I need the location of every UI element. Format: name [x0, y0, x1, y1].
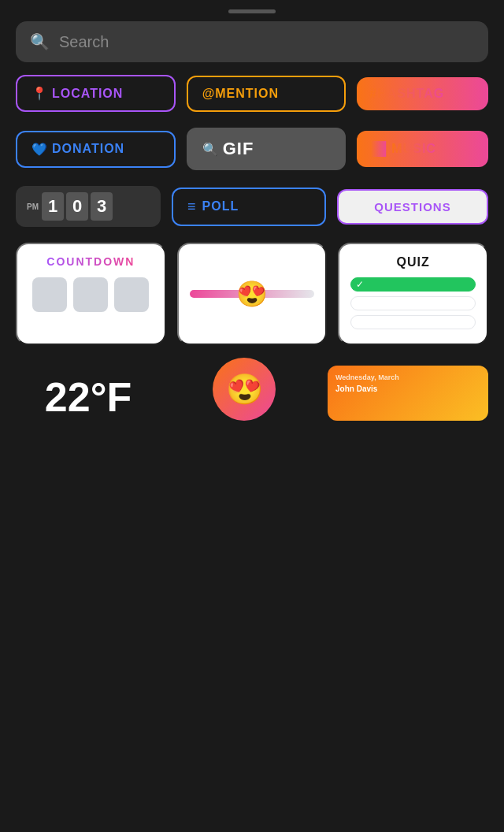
slider-emoji: 😍 — [236, 279, 268, 309]
sticker-row-3: PM 1 0 3 ≡ POLL QUESTIONS — [16, 186, 488, 227]
countdown-button[interactable]: COUNTDOWN — [16, 243, 166, 345]
hashtag-wrapper: #HASHTAG — [357, 77, 488, 110]
clock-digit-1: 1 — [42, 192, 64, 221]
quiz-option-2 — [350, 296, 476, 310]
gif-label: GIF — [223, 139, 254, 159]
calendar-name: John Davis — [335, 384, 480, 393]
quiz-options: ✓ — [350, 277, 476, 329]
poll-button[interactable]: ≡ POLL — [172, 188, 326, 226]
clock-button[interactable]: PM 1 0 3 — [16, 186, 161, 227]
search-placeholder: Search — [59, 33, 109, 51]
donation-icon: 💙 — [32, 142, 47, 157]
temperature-sticker[interactable]: 22°F — [16, 373, 161, 421]
quiz-check-icon: ✓ — [356, 279, 364, 290]
questions-button[interactable]: QUESTIONS — [337, 189, 488, 225]
location-label: LOCATION — [52, 87, 123, 101]
gif-button[interactable]: 🔍 GIF — [187, 128, 346, 170]
emoji-slider-button[interactable]: 😍 — [177, 243, 328, 345]
calendar-header: Wednesday, March — [335, 373, 480, 381]
bottom-stickers-row: COUNTDOWN 😍 QUIZ ✓ — [0, 243, 504, 345]
search-bar[interactable]: 🔍 Search — [16, 21, 488, 62]
search-gif-icon: 🔍 — [202, 142, 218, 157]
poll-icon: ≡ — [187, 199, 196, 215]
location-button[interactable]: 📍 LOCATION — [16, 75, 176, 112]
questions-label: QUESTIONS — [374, 200, 450, 214]
clock-digit-3: 3 — [91, 192, 113, 221]
poll-label: POLL — [202, 199, 239, 214]
very-bottom-row: 22°F 😍 Wednesday, March John Davis — [0, 345, 504, 421]
calendar-sticker[interactable]: Wednesday, March John Davis — [328, 366, 488, 421]
hashtag-label: #HASHTAG — [369, 87, 444, 101]
slider-container: 😍 — [190, 290, 315, 298]
clock-pm: PM — [27, 202, 39, 211]
sticker-grid: 📍 LOCATION @MENTION #HASHTAG 💙 DONATION … — [0, 75, 504, 227]
avatar-emoji: 😍 — [226, 372, 263, 407]
quiz-option-1: ✓ — [350, 277, 476, 292]
countdown-block-1 — [32, 277, 67, 312]
emoji-avatar[interactable]: 😍 — [213, 358, 276, 421]
music-icon: 📊 — [369, 140, 387, 158]
countdown-block-3 — [114, 277, 149, 312]
countdown-blocks — [32, 277, 149, 312]
temperature-value: 22°F — [45, 373, 132, 421]
music-button[interactable]: 📊 MUSIC — [358, 132, 487, 165]
quiz-label: QUIZ — [397, 255, 430, 269]
mention-button[interactable]: @MENTION — [187, 76, 346, 112]
mention-label: @MENTION — [202, 87, 279, 101]
sticker-row-1: 📍 LOCATION @MENTION #HASHTAG — [16, 75, 488, 112]
clock-digit-2: 0 — [66, 192, 88, 221]
quiz-button[interactable]: QUIZ ✓ — [338, 243, 488, 345]
donation-label: DONATION — [52, 142, 124, 156]
hashtag-button[interactable]: #HASHTAG — [358, 79, 487, 109]
search-icon: 🔍 — [30, 32, 50, 51]
music-label: MUSIC — [391, 142, 436, 156]
quiz-option-3 — [350, 315, 476, 329]
location-icon: 📍 — [32, 86, 47, 101]
clock-digits: 1 0 3 — [42, 192, 113, 221]
countdown-block-2 — [73, 277, 108, 312]
music-wrapper: 📊 MUSIC — [357, 131, 488, 167]
emoji-avatar-wrapper: 😍 — [172, 358, 317, 421]
pull-handle — [228, 9, 276, 13]
donation-button[interactable]: 💙 DONATION — [16, 131, 176, 168]
countdown-label: COUNTDOWN — [46, 255, 135, 268]
sticker-row-2: 💙 DONATION 🔍 GIF 📊 MUSIC — [16, 128, 488, 170]
